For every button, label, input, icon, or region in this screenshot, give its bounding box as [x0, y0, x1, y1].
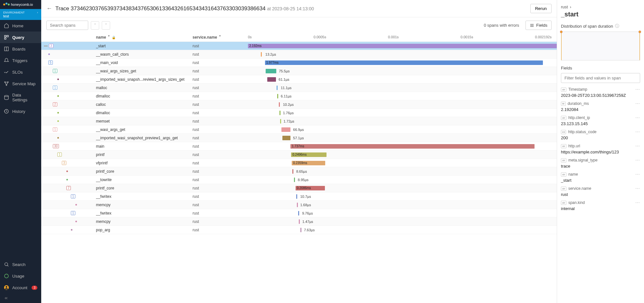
span-row[interactable]: memcpyrust1.68µs [41, 201, 557, 209]
span-row[interactable]: __towriterust8.95µs [41, 176, 557, 184]
span-bar[interactable] [297, 203, 298, 207]
span-row[interactable]: dlmallocrust6.11µs [41, 92, 557, 100]
span-row[interactable]: 1__wasi_args_sizes_getrust75.5µs [41, 67, 557, 75]
span-row[interactable]: __imported_wasi_snapshot_preview1_args_g… [41, 134, 557, 142]
span-row[interactable]: dlmallocrust1.76µs [41, 109, 557, 117]
nav-search[interactable]: Search [0, 259, 41, 270]
span-child-count[interactable]: 1 [53, 127, 57, 132]
column-service[interactable]: service.name ˅ [193, 35, 248, 40]
span-row[interactable]: memcpyrust1.47µs [41, 217, 557, 226]
column-name[interactable]: name ˅ 🔒 [96, 35, 193, 40]
logo[interactable]: honeycomb.io [0, 0, 41, 9]
span-bar[interactable] [300, 228, 301, 232]
distribution-chart[interactable] [561, 32, 640, 60]
span-bar[interactable] [299, 219, 300, 224]
span-bar[interactable] [266, 69, 277, 73]
span-bar[interactable] [277, 86, 278, 90]
nav-slos[interactable]: SLOs [0, 66, 41, 78]
span-bar[interactable] [277, 94, 278, 98]
field-menu-icon[interactable]: ⋯ [635, 101, 640, 106]
search-spans-input[interactable] [46, 21, 88, 30]
span-bar[interactable] [261, 52, 262, 57]
span-bar[interactable]: 0.2359ms [292, 161, 325, 165]
span-bar[interactable] [296, 194, 297, 199]
span-child-count[interactable]: 3 [62, 161, 66, 165]
fields-button[interactable]: Fields [526, 21, 552, 30]
filter-fields-input[interactable] [561, 73, 640, 83]
nav-history[interactable]: History [0, 106, 41, 117]
span-bar[interactable]: 1.737ms [290, 144, 535, 149]
span-bar[interactable] [279, 111, 280, 115]
nav-boards[interactable]: Boards [0, 43, 41, 55]
span-bar[interactable]: 0.2496ms [291, 152, 326, 157]
span-duration-label: 66.9µs [293, 128, 304, 132]
nav-usage[interactable]: Usage [0, 270, 41, 282]
span-bar[interactable] [279, 102, 280, 107]
span-name: __wasi_args_sizes_get [96, 69, 193, 73]
detail-breadcrumb[interactable]: rust › [561, 5, 640, 9]
span-row[interactable]: 3vfprintfrust0.2359ms [41, 159, 557, 167]
field-menu-icon[interactable]: ⋯ [635, 172, 640, 177]
field-menu-icon[interactable]: ⋯ [635, 143, 640, 149]
span-bar[interactable] [292, 169, 293, 174]
span-child-count[interactable]: 3 [49, 44, 53, 48]
span-bar[interactable]: 2.192ms [248, 44, 557, 48]
environment-selector[interactable]: ENVIRONMENT› test [0, 9, 41, 20]
span-row[interactable]: printf_corerust8.65µs [41, 167, 557, 176]
span-bar[interactable] [282, 136, 290, 140]
field-menu-icon[interactable]: ⋯ [635, 200, 640, 205]
nav-query[interactable]: Query [0, 32, 41, 43]
span-child-count[interactable]: 1 [71, 211, 75, 215]
span-bar[interactable]: 0.2086ms [296, 186, 325, 190]
info-icon[interactable]: ⓘ [615, 23, 619, 29]
field-menu-icon[interactable]: ⋯ [635, 186, 640, 191]
field-menu-icon[interactable]: ⋯ [635, 129, 640, 134]
span-row[interactable]: 5__main_voidrust1.977ms [41, 59, 557, 67]
span-row[interactable]: 1__wasi_args_getrust66.9µs [41, 125, 557, 134]
span-bar[interactable] [280, 119, 281, 124]
span-name: memcpy [96, 203, 193, 207]
account-badge: 3 [32, 286, 37, 290]
span-row[interactable]: 1__fwritexrust9.76µs [41, 209, 557, 217]
collapse-sidebar[interactable] [0, 293, 41, 303]
span-child-count[interactable]: 1 [53, 69, 57, 73]
nav-triggers[interactable]: Triggers [0, 55, 41, 66]
nav-data-settings[interactable]: Data Settings [0, 89, 41, 106]
span-row[interactable]: 2callocrust10.2µs [41, 100, 557, 109]
nav-home[interactable]: Home [0, 20, 41, 32]
back-button[interactable]: ← [46, 5, 52, 12]
span-row[interactable]: memsetrust1.72µs [41, 117, 557, 125]
span-child-count[interactable]: 7 [66, 186, 71, 190]
span-child-count[interactable]: 1 [53, 86, 57, 90]
span-bar[interactable] [298, 211, 299, 216]
span-child-count[interactable]: 30 [53, 144, 59, 148]
span-row[interactable]: 1printfrust0.2496ms [41, 151, 557, 159]
nav-account[interactable]: Account 3 [0, 282, 41, 293]
span-child-count[interactable]: 5 [48, 60, 53, 65]
span-row[interactable]: __imported_wasi_snapsh...review1_args_si… [41, 75, 557, 84]
nav-service-map[interactable]: Service Map [0, 78, 41, 89]
span-child-count[interactable]: 1 [57, 152, 62, 157]
span-row[interactable]: pop_argrust7.63µs [41, 226, 557, 234]
next-match[interactable]: ˅ [102, 21, 110, 30]
prev-match[interactable]: ˄ [91, 21, 99, 30]
span-child-count[interactable]: 1 [71, 194, 75, 198]
field-menu-icon[interactable]: ⋯ [635, 87, 640, 92]
span-menu-icon[interactable]: ••• [44, 43, 48, 49]
span-row[interactable]: __wasm_call_ctorsrust13.2µs [41, 50, 557, 59]
span-bar[interactable] [267, 77, 276, 82]
span-row[interactable]: 1mallocrust11.1µs [41, 84, 557, 92]
span-bar[interactable] [294, 178, 295, 182]
span-service: rust [193, 152, 248, 157]
span-row[interactable]: 7printf_corerust0.2086ms [41, 184, 557, 192]
field-menu-icon[interactable]: ⋯ [635, 158, 640, 163]
span-duration-label: 1.47µs [302, 220, 313, 224]
span-row[interactable]: 1__fwritexrust10.7µs [41, 192, 557, 201]
span-child-count[interactable]: 2 [53, 102, 57, 106]
field-menu-icon[interactable]: ⋯ [635, 115, 640, 120]
span-bar[interactable]: 1.977ms [265, 60, 543, 65]
span-row[interactable]: 30mainrust1.737ms [41, 142, 557, 151]
span-bar[interactable] [281, 127, 291, 132]
span-row[interactable]: •••3_startrust2.192ms [41, 42, 557, 50]
rerun-button[interactable]: Rerun [530, 4, 552, 13]
